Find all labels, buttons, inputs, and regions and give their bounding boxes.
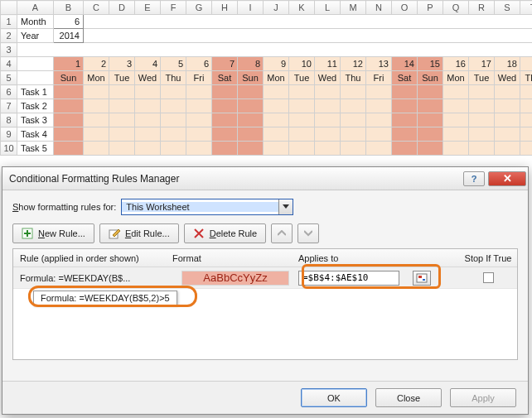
- row-3-head[interactable]: 3: [1, 43, 17, 57]
- task-cell[interactable]: [212, 113, 238, 127]
- spreadsheet-grid[interactable]: A B C D E F G H I J K L M N O P Q R S T …: [0, 0, 532, 156]
- col-G[interactable]: G: [186, 1, 212, 15]
- col-D[interactable]: D: [109, 1, 135, 15]
- task-cell[interactable]: [289, 99, 315, 113]
- task-cell[interactable]: [392, 142, 418, 156]
- weekday-cell[interactable]: Thu: [161, 71, 186, 85]
- weekday-cell[interactable]: Sat: [212, 71, 238, 85]
- task-cell[interactable]: [54, 127, 84, 142]
- col-T[interactable]: T: [520, 1, 533, 15]
- task-cell[interactable]: [161, 85, 186, 99]
- cell-A2[interactable]: Year: [17, 29, 54, 43]
- task-cell[interactable]: [341, 99, 366, 113]
- task-cell[interactable]: [186, 113, 212, 127]
- task-cell[interactable]: [315, 113, 341, 127]
- task-cell[interactable]: [212, 99, 238, 113]
- task-cell[interactable]: [264, 127, 289, 142]
- task-cell[interactable]: [315, 99, 341, 113]
- task-cell[interactable]: [161, 127, 186, 142]
- date-cell[interactable]: 2: [84, 57, 109, 71]
- task-cell[interactable]: [418, 113, 443, 127]
- task-cell[interactable]: [109, 127, 135, 142]
- row-5-head[interactable]: 5: [1, 71, 17, 85]
- task-cell[interactable]: [341, 142, 366, 156]
- task-cell[interactable]: [238, 142, 264, 156]
- cell-B1[interactable]: 6: [54, 15, 84, 29]
- task-cell[interactable]: [392, 99, 418, 113]
- weekday-cell[interactable]: Thu: [341, 71, 366, 85]
- close-window-button[interactable]: ✕: [488, 171, 526, 186]
- task-cell[interactable]: [186, 142, 212, 156]
- task-cell[interactable]: [495, 85, 520, 99]
- date-cell[interactable]: 18: [495, 57, 520, 71]
- col-F[interactable]: F: [161, 1, 186, 15]
- task-cell[interactable]: [443, 127, 469, 142]
- col-O[interactable]: O: [392, 1, 418, 15]
- task-cell[interactable]: [135, 99, 161, 113]
- task-cell[interactable]: [366, 85, 392, 99]
- cell-empty[interactable]: [17, 43, 533, 57]
- weekday-cell[interactable]: Mon: [84, 71, 109, 85]
- task-cell[interactable]: [212, 127, 238, 142]
- move-up-button[interactable]: [271, 223, 293, 243]
- task-cell[interactable]: [341, 113, 366, 127]
- stop-if-true-checkbox[interactable]: [483, 272, 494, 283]
- date-cell[interactable]: 15: [418, 57, 443, 71]
- date-cell[interactable]: 9: [264, 57, 289, 71]
- col-S[interactable]: S: [495, 1, 520, 15]
- new-rule-button[interactable]: New Rule...: [12, 223, 94, 243]
- task-cell[interactable]: [418, 85, 443, 99]
- task-cell[interactable]: [238, 99, 264, 113]
- weekday-cell[interactable]: Tue: [469, 71, 495, 85]
- cell-task[interactable]: Task 5: [17, 142, 54, 156]
- cell-A1[interactable]: Month: [17, 15, 54, 29]
- weekday-cell[interactable]: Sun: [54, 71, 84, 85]
- col-R[interactable]: R: [469, 1, 495, 15]
- task-cell[interactable]: [212, 142, 238, 156]
- task-cell[interactable]: [469, 113, 495, 127]
- task-cell[interactable]: [366, 113, 392, 127]
- date-cell[interactable]: 7: [212, 57, 238, 71]
- task-cell[interactable]: [418, 142, 443, 156]
- col-B[interactable]: B: [54, 1, 84, 15]
- col-L[interactable]: L: [315, 1, 341, 15]
- task-cell[interactable]: [54, 99, 84, 113]
- task-cell[interactable]: [135, 113, 161, 127]
- task-cell[interactable]: [392, 113, 418, 127]
- row-7-head[interactable]: 7: [1, 99, 17, 113]
- task-cell[interactable]: [418, 99, 443, 113]
- col-C[interactable]: C: [84, 1, 109, 15]
- task-cell[interactable]: [366, 99, 392, 113]
- cell-A5[interactable]: [17, 71, 54, 85]
- row-2-head[interactable]: 2: [1, 29, 17, 43]
- task-cell[interactable]: [264, 85, 289, 99]
- task-cell[interactable]: [315, 142, 341, 156]
- date-cell[interactable]: 10: [289, 57, 315, 71]
- task-cell[interactable]: [495, 127, 520, 142]
- col-E[interactable]: E: [135, 1, 161, 15]
- chevron-down-icon[interactable]: [278, 199, 293, 214]
- rule-row[interactable]: Formula: =WEEKDAY(B$... AaBbCcYyZz: [13, 267, 517, 289]
- task-cell[interactable]: [54, 113, 84, 127]
- row-8-head[interactable]: 8: [1, 113, 17, 127]
- date-cell[interactable]: 13: [366, 57, 392, 71]
- col-A[interactable]: A: [17, 1, 54, 15]
- task-cell[interactable]: [161, 113, 186, 127]
- cell-task[interactable]: Task 4: [17, 127, 54, 142]
- date-cell[interactable]: 16: [443, 57, 469, 71]
- cell-task[interactable]: Task 1: [17, 85, 54, 99]
- task-cell[interactable]: [212, 85, 238, 99]
- task-cell[interactable]: [135, 127, 161, 142]
- task-cell[interactable]: [135, 85, 161, 99]
- task-cell[interactable]: [161, 142, 186, 156]
- range-picker-button[interactable]: [413, 271, 431, 286]
- date-cell[interactable]: 14: [392, 57, 418, 71]
- task-cell[interactable]: [443, 85, 469, 99]
- task-cell[interactable]: [520, 99, 533, 113]
- row-10-head[interactable]: 10: [1, 142, 17, 156]
- task-cell[interactable]: [520, 85, 533, 99]
- weekday-cell[interactable]: Wed: [135, 71, 161, 85]
- help-button[interactable]: ?: [463, 171, 485, 186]
- task-cell[interactable]: [315, 127, 341, 142]
- task-cell[interactable]: [289, 142, 315, 156]
